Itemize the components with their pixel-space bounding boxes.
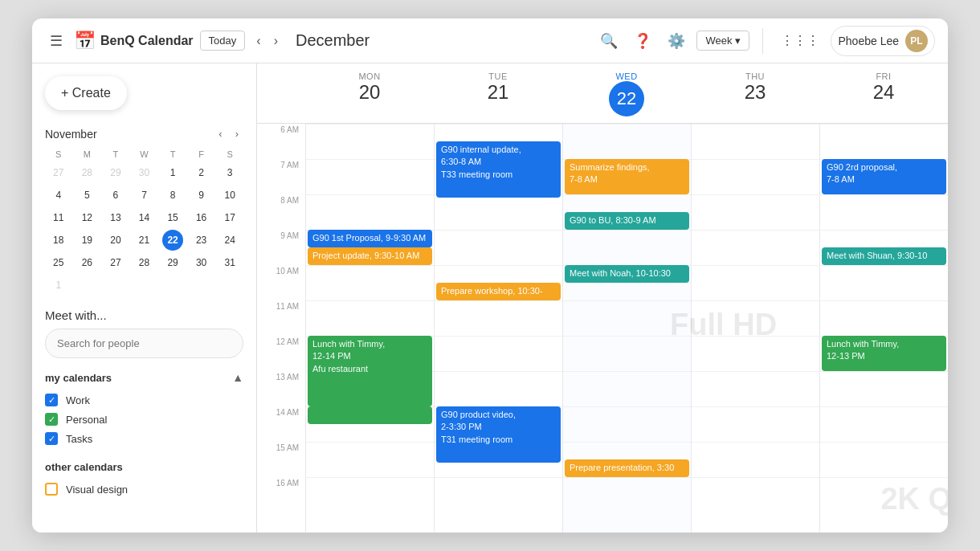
mini-cal-day[interactable]: 3 <box>219 162 240 183</box>
thu-11am[interactable] <box>692 300 819 336</box>
mon-11am[interactable] <box>306 300 434 336</box>
help-button[interactable]: ❓ <box>629 27 656 55</box>
fri-8am[interactable] <box>820 194 948 230</box>
fri-16am[interactable] <box>820 477 948 512</box>
calendar-item-tasks[interactable]: Tasks <box>45 429 243 448</box>
mini-cal-day[interactable]: 19 <box>76 230 97 251</box>
mini-cal-today[interactable]: 22 <box>162 230 183 251</box>
mini-cal-day[interactable]: 13 <box>105 207 126 228</box>
thu-15am[interactable] <box>692 442 819 477</box>
mini-cal-day[interactable]: 17 <box>219 207 240 228</box>
nav-prev-button[interactable]: ‹ <box>251 31 265 51</box>
mini-cal-prev[interactable]: ‹ <box>214 126 227 141</box>
mini-cal-day[interactable]: 18 <box>48 230 69 251</box>
mini-cal-day[interactable] <box>133 275 154 296</box>
mini-cal-day[interactable]: 14 <box>133 207 154 228</box>
mon-6am[interactable] <box>306 124 434 159</box>
event-green-mon-14[interactable] <box>308 406 432 424</box>
mini-cal-day[interactable] <box>76 275 97 296</box>
tue-16am[interactable] <box>435 477 562 512</box>
visual-design-checkbox[interactable] <box>45 483 58 496</box>
mon-8am[interactable] <box>306 194 434 230</box>
tue-11am[interactable] <box>435 300 562 336</box>
event-prepare-workshop[interactable]: Prepare workshop, 10:30- <box>436 283 561 300</box>
event-g90-1st-proposal[interactable]: G90 1st Proposal, 9-9:30 AM <box>308 230 432 247</box>
wed-6am[interactable] <box>563 124 691 159</box>
mini-cal-day[interactable]: 30 <box>191 252 212 273</box>
wed-12am[interactable] <box>563 336 691 371</box>
work-checkbox[interactable] <box>45 394 58 406</box>
today-button[interactable]: Today <box>200 31 246 51</box>
mon-10am[interactable] <box>306 265 434 300</box>
thu-6am[interactable] <box>692 124 819 159</box>
mini-cal-day[interactable] <box>219 275 240 296</box>
mini-cal-day[interactable]: 1 <box>48 275 69 296</box>
fri-10am[interactable] <box>820 265 948 300</box>
user-profile[interactable]: Phoebe Lee PL <box>831 26 935 56</box>
fri-11am[interactable] <box>820 300 948 336</box>
personal-checkbox[interactable] <box>45 413 58 426</box>
mini-cal-day[interactable]: 28 <box>76 162 97 183</box>
event-project-update[interactable]: Project update, 9:30-10 AM <box>308 247 432 265</box>
wed-9am[interactable] <box>563 230 691 265</box>
tasks-checkbox[interactable] <box>45 432 58 445</box>
mini-cal-day[interactable]: 4 <box>48 185 69 206</box>
settings-button[interactable]: ⚙️ <box>663 27 690 55</box>
fri-15am[interactable] <box>820 442 948 477</box>
tue-col[interactable]: G90 internal update,6:30-8 AMT33 meeting… <box>434 124 562 533</box>
mini-cal-day[interactable]: 5 <box>76 185 97 206</box>
mini-cal-day[interactable]: 10 <box>219 185 240 206</box>
fri-14am[interactable] <box>820 406 948 442</box>
mon-col[interactable]: G90 1st Proposal, 9-9:30 AM Project upda… <box>305 124 434 533</box>
thu-8am[interactable] <box>692 194 819 230</box>
calendar-item-work[interactable]: Work <box>45 390 243 410</box>
wed-14am[interactable] <box>563 406 691 442</box>
mini-cal-day[interactable]: 29 <box>105 162 126 183</box>
thu-col[interactable]: Full HD <box>691 124 819 533</box>
wed-11am[interactable] <box>563 300 691 336</box>
mini-cal-day[interactable]: 27 <box>48 162 69 183</box>
mon-16am[interactable] <box>306 477 434 512</box>
mini-cal-day[interactable]: 1 <box>162 162 183 183</box>
event-g90-to-bu[interactable]: G90 to BU, 8:30-9 AM <box>565 212 689 230</box>
fri-6am[interactable] <box>820 124 948 159</box>
mini-cal-day[interactable]: 28 <box>133 252 154 273</box>
mon-7am[interactable] <box>306 159 434 194</box>
wed-16am[interactable] <box>563 477 691 512</box>
thu-12am[interactable] <box>692 336 819 371</box>
thu-16am[interactable] <box>692 477 819 512</box>
fri-col[interactable]: G90 2rd proposal,7-8 AM Meet with Shuan,… <box>819 124 948 533</box>
thu-7am[interactable] <box>692 159 819 194</box>
event-g90-product-video[interactable]: G90 product video,2-3:30 PMT31 meeting r… <box>436 406 561 463</box>
event-meet-shuan[interactable]: Meet with Shuan, 9:30-10 <box>822 247 946 265</box>
mon-15am[interactable] <box>306 442 434 477</box>
apps-button[interactable]: ⋮⋮⋮ <box>776 28 824 53</box>
tue-9am[interactable] <box>435 230 562 265</box>
mini-cal-day[interactable]: 7 <box>133 185 154 206</box>
mini-cal-day[interactable]: 6 <box>105 185 126 206</box>
create-button[interactable]: + Create <box>45 76 127 110</box>
event-g90-internal-update[interactable]: G90 internal update,6:30-8 AMT33 meeting… <box>436 141 561 198</box>
mini-cal-day[interactable]: 29 <box>162 252 183 273</box>
mini-cal-day[interactable]: 21 <box>133 230 154 251</box>
mini-cal-next[interactable]: › <box>231 126 243 141</box>
mini-cal-day[interactable]: 8 <box>162 185 183 206</box>
view-selector-button[interactable]: Week ▾ <box>696 31 749 51</box>
mini-cal-day[interactable]: 9 <box>191 185 212 206</box>
thu-14am[interactable] <box>692 406 819 442</box>
mini-cal-day[interactable]: 11 <box>48 207 69 228</box>
thu-10am[interactable] <box>692 265 819 300</box>
event-lunch-timmy-mon[interactable]: Lunch with Timmy,12-14 PMAfu restaurant <box>308 336 432 406</box>
mini-cal-day[interactable] <box>191 275 212 296</box>
mini-cal-day[interactable]: 27 <box>105 252 126 273</box>
nav-next-button[interactable]: › <box>269 31 283 51</box>
calendar-item-visual-design[interactable]: Visual design <box>45 480 243 499</box>
tue-13am[interactable] <box>435 371 562 406</box>
fri-13am[interactable] <box>820 371 948 406</box>
mini-cal-day[interactable]: 25 <box>48 252 69 273</box>
calendar-item-personal[interactable]: Personal <box>45 410 243 429</box>
thu-9am[interactable] <box>692 230 819 265</box>
event-summarize-findings[interactable]: Summarize findings,7-8 AM <box>565 159 689 194</box>
tue-8am[interactable] <box>435 194 562 230</box>
mini-cal-day[interactable]: 31 <box>219 252 240 273</box>
